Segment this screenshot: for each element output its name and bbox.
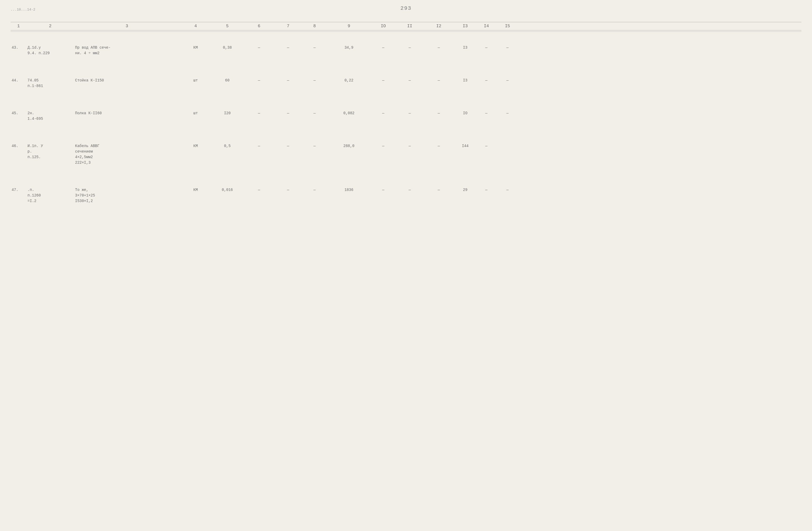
row-47-col5: 0,016 <box>212 187 243 193</box>
row-43-col5: 0,38 <box>212 44 243 51</box>
col-header-5: 5 <box>212 24 243 29</box>
row-43-num: 43. <box>11 44 26 51</box>
row-43-code: Д.1d.у 9.4. п.229 <box>26 44 74 57</box>
row-47-col14: — <box>476 187 497 193</box>
row-45-col10: — <box>370 110 396 117</box>
row-44-col15: — <box>497 77 518 84</box>
col-header-2: 2 <box>26 24 74 29</box>
row-43-col13: I3 <box>455 44 476 51</box>
row-46-col15 <box>497 143 518 144</box>
col-header-8: 8 <box>301 24 328 29</box>
col-header-13: I3 <box>455 24 476 29</box>
row-45-col12: — <box>423 110 455 117</box>
row-44-code: 74.05 п.1-861 <box>26 77 74 89</box>
col-header-3: 3 <box>74 24 180 29</box>
row-44-col14: — <box>476 77 497 84</box>
row-47-col11: — <box>396 187 423 193</box>
row-46-col7: — <box>275 143 301 149</box>
row-45-desc: Полка К-II60 <box>74 110 180 117</box>
page-container: ...10...14-2 293 1 2 3 4 5 6 7 8 9 IO II… <box>0 0 812 531</box>
row-47-col8: — <box>301 187 328 193</box>
col-header-15: I5 <box>497 24 518 29</box>
row-46-col13: I44 <box>455 143 476 149</box>
row-45-col13: IO <box>455 110 476 117</box>
row-46-col11: — <box>396 143 423 149</box>
row-45-col7: — <box>275 110 301 117</box>
row-46-unit: КМ <box>180 143 212 149</box>
col-header-11: II <box>396 24 423 29</box>
row-43-col14: — <box>476 44 497 51</box>
row-47-col7: — <box>275 187 301 193</box>
row-43-desc: Пр вод АПВ сече- ни. 4 ÷ мм2 <box>74 44 180 57</box>
table-row: 47. .п. п.1260 =I.2 То же, 3×70+1×25 I53… <box>11 182 801 207</box>
row-44-col12: — <box>423 77 455 84</box>
row-47-col15: — <box>497 187 518 193</box>
row-45-col6: — <box>243 110 275 117</box>
header-divider <box>11 31 801 32</box>
table-header: 1 2 3 4 5 6 7 8 9 IO II I2 I3 I4 I5 <box>11 22 801 30</box>
row-43-col8: — <box>301 44 328 51</box>
row-46-col10: — <box>370 143 396 149</box>
row-45-col5: I20 <box>212 110 243 117</box>
table-row: 46. И.1п. У р. п.125. Кабель АВВГ сечени… <box>11 138 801 169</box>
row-43-col9: 34,9 <box>328 44 370 51</box>
col-header-9: 9 <box>328 24 370 29</box>
row-47-num: 47. <box>11 187 26 193</box>
row-47-unit: КМ <box>180 187 212 193</box>
row-45-num: 45. <box>11 110 26 117</box>
row-44-col13: I3 <box>455 77 476 84</box>
col-header-14: I4 <box>476 24 497 29</box>
row-45-col8: — <box>301 110 328 117</box>
row-44-col10: — <box>370 77 396 84</box>
row-45-col15: — <box>497 110 518 117</box>
row-46-col14: — <box>476 143 497 149</box>
row-45-code: 2н. 1.4-695 <box>26 110 74 122</box>
row-46-num: 46. <box>11 143 26 149</box>
col-header-1: 1 <box>11 24 26 29</box>
row-46-desc: Кабель АВВГ сечением 4×2,5мм2 222×I,3 <box>74 143 180 166</box>
row-44-col7: — <box>275 77 301 84</box>
row-47-col9: 1836 <box>328 187 370 193</box>
row-47-col13: 29 <box>455 187 476 193</box>
row-44-col9: 0,22 <box>328 77 370 84</box>
table-row: 44. 74.05 п.1-861 Стойка К-I150 шт 60 — … <box>11 72 801 92</box>
row-43-unit: КМ <box>180 44 212 51</box>
row-45-col9: 0,082 <box>328 110 370 117</box>
row-47-desc: То же, 3×70+1×25 I530×I,2 <box>74 187 180 204</box>
row-46-code: И.1п. У р. п.125. <box>26 143 74 160</box>
row-43-col6: — <box>243 44 275 51</box>
row-47-col10: — <box>370 187 396 193</box>
table-row: 43. Д.1d.у 9.4. п.229 Пр вод АПВ сече- н… <box>11 40 801 59</box>
row-44-col5: 60 <box>212 77 243 84</box>
row-46-col5: 0,5 <box>212 143 243 149</box>
col-header-12: I2 <box>423 24 455 29</box>
row-43-col12: — <box>423 44 455 51</box>
row-47-col12: — <box>423 187 455 193</box>
col-header-6: 6 <box>243 24 275 29</box>
row-44-unit: шт <box>180 77 212 84</box>
doc-ref-left: ...10...14-2 <box>11 8 116 12</box>
row-43-col7: — <box>275 44 301 51</box>
col-header-7: 7 <box>275 24 301 29</box>
row-43-col15: — <box>497 44 518 51</box>
row-47-code: .п. п.1260 =I.2 <box>26 187 74 204</box>
row-45-unit: шт <box>180 110 212 117</box>
row-43-col10: — <box>370 44 396 51</box>
table-row: 45. 2н. 1.4-695 Полка К-II60 шт I20 — — … <box>11 105 801 125</box>
row-46-col6: — <box>243 143 275 149</box>
row-44-col6: — <box>243 77 275 84</box>
col-header-4: 4 <box>180 24 212 29</box>
row-44-desc: Стойка К-I150 <box>74 77 180 84</box>
row-44-num: 44. <box>11 77 26 84</box>
col-header-10: IO <box>370 24 396 29</box>
row-47-col6: — <box>243 187 275 193</box>
row-46-col8: — <box>301 143 328 149</box>
row-44-col8: — <box>301 77 328 84</box>
row-46-col12: — <box>423 143 455 149</box>
page-number: 293 <box>116 5 696 11</box>
row-45-col11: — <box>396 110 423 117</box>
row-46-col9: 288,0 <box>328 143 370 149</box>
row-44-col11: — <box>396 77 423 84</box>
row-43-col11: — <box>396 44 423 51</box>
row-45-col14: — <box>476 110 497 117</box>
